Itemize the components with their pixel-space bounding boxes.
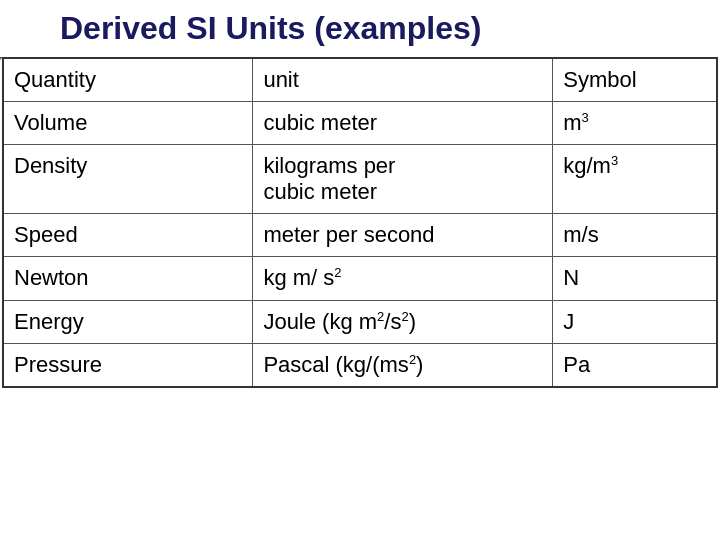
cell-quantity-density: Density <box>3 145 253 214</box>
superscript-3: 3 <box>582 110 589 125</box>
cell-quantity-energy: Energy <box>3 300 253 343</box>
cell-symbol-pressure: Pa <box>553 343 717 387</box>
cell-unit-newton: kg m/ s2 <box>253 257 553 300</box>
superscript-3: 3 <box>611 153 618 168</box>
cell-unit-density: kilograms percubic meter <box>253 145 553 214</box>
cell-quantity-newton: Newton <box>3 257 253 300</box>
superscript-2: 2 <box>377 309 384 324</box>
table-row: Pressure Pascal (kg/(ms2) Pa <box>3 343 717 387</box>
superscript-2: 2 <box>409 352 416 367</box>
cell-quantity-speed: Speed <box>3 214 253 257</box>
superscript-2: 2 <box>401 309 408 324</box>
cell-symbol-speed: m/s <box>553 214 717 257</box>
cell-unit-volume: cubic meter <box>253 102 553 145</box>
cell-symbol-energy: J <box>553 300 717 343</box>
cell-unit-pressure: Pascal (kg/(ms2) <box>253 343 553 387</box>
table-row: Density kilograms percubic meter kg/m3 <box>3 145 717 214</box>
table-row: Volume cubic meter m3 <box>3 102 717 145</box>
cell-unit-energy: Joule (kg m2/s2) <box>253 300 553 343</box>
cell-symbol-volume: m3 <box>553 102 717 145</box>
cell-quantity-volume: Volume <box>3 102 253 145</box>
table-header-row: Quantity unit Symbol <box>3 58 717 102</box>
cell-symbol-newton: N <box>553 257 717 300</box>
cell-unit-speed: meter per second <box>253 214 553 257</box>
cell-quantity-pressure: Pressure <box>3 343 253 387</box>
page-title: Derived SI Units (examples) <box>0 0 720 57</box>
cell-symbol-density: kg/m3 <box>553 145 717 214</box>
table-container: Quantity unit Symbol Volume cubic meter … <box>0 57 720 388</box>
header-quantity: Quantity <box>3 58 253 102</box>
header-symbol: Symbol <box>553 58 717 102</box>
table-row: Energy Joule (kg m2/s2) J <box>3 300 717 343</box>
table-row: Speed meter per second m/s <box>3 214 717 257</box>
header-unit: unit <box>253 58 553 102</box>
derived-units-table: Quantity unit Symbol Volume cubic meter … <box>2 57 718 388</box>
superscript-2: 2 <box>334 265 341 280</box>
table-row: Newton kg m/ s2 N <box>3 257 717 300</box>
